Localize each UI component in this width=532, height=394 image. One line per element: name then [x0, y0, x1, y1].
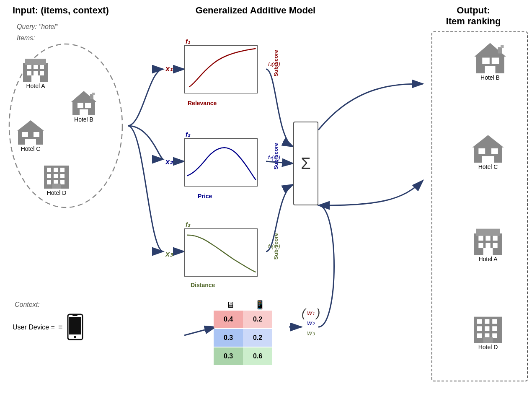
- matrix-cell-r1c1: 0.4: [214, 311, 243, 328]
- mobile-header: 📱: [245, 300, 274, 310]
- svg-rect-51: [501, 45, 504, 49]
- feature-box-f2: f₂ Sub-score: [184, 138, 258, 187]
- svg-rect-62: [478, 243, 483, 248]
- svg-rect-58: [476, 229, 500, 236]
- svg-line-5: [266, 161, 293, 163]
- svg-point-43: [74, 336, 76, 338]
- svg-rect-70: [477, 326, 482, 331]
- svg-rect-55: [491, 148, 498, 154]
- svg-line-7: [184, 327, 216, 335]
- relevance-label: Relevance: [188, 100, 217, 106]
- f1-label: f₁: [186, 38, 190, 45]
- svg-rect-13: [40, 65, 44, 69]
- svg-rect-14: [27, 71, 31, 75]
- weight-matrix: 🖥 📱 0.4 0.2 0.3 0.2 0.3 0.6: [214, 300, 274, 366]
- svg-rect-67: [477, 319, 482, 324]
- x2-label: x₂: [165, 157, 173, 166]
- svg-rect-28: [34, 132, 39, 137]
- svg-rect-68: [485, 319, 489, 324]
- weight-vector: ( w₁ w₂ w₃ ): [302, 307, 320, 339]
- svg-rect-72: [492, 326, 497, 331]
- svg-rect-42: [69, 317, 81, 334]
- user-device-row: User Device = =: [13, 314, 85, 341]
- f1-xi-label: f₁(x₁): [268, 61, 280, 67]
- svg-rect-76: [483, 337, 493, 343]
- svg-rect-17: [31, 75, 40, 82]
- svg-rect-22: [80, 109, 88, 115]
- input-title: Input: (items, context): [13, 5, 109, 16]
- svg-rect-61: [493, 236, 497, 241]
- context-label: Context:: [15, 301, 40, 308]
- svg-rect-75: [492, 333, 497, 338]
- equals-sign: =: [58, 323, 63, 332]
- svg-rect-24: [92, 93, 95, 95]
- svg-rect-11: [27, 65, 31, 69]
- matrix-cell-r2c2: 0.2: [243, 329, 272, 347]
- matrix-cell-r3c1: 0.3: [214, 347, 243, 365]
- svg-rect-60: [486, 236, 490, 241]
- svg-rect-20: [77, 103, 83, 108]
- distance-label: Distance: [191, 282, 215, 288]
- output-title: Output: Item ranking: [427, 5, 519, 27]
- svg-rect-35: [54, 174, 58, 178]
- matrix-cell-r2c1: 0.3: [214, 329, 243, 347]
- query-label: Query: "hotel": [17, 23, 58, 31]
- svg-rect-15: [34, 71, 38, 75]
- hotel-d-input: Hotel D: [42, 163, 71, 196]
- svg-rect-63: [486, 243, 490, 248]
- svg-rect-40: [52, 184, 61, 189]
- desktop-header: 🖥: [216, 300, 245, 310]
- feature-box-f1: f₁ Sub-score: [184, 45, 258, 93]
- svg-rect-48: [492, 58, 499, 64]
- output-hotel-c: Hotel C: [471, 134, 505, 170]
- svg-rect-39: [60, 180, 65, 184]
- main-container: Input: (items, context) Generalized Addi…: [0, 0, 532, 394]
- output-hotel-a: Hotel A: [471, 226, 505, 262]
- svg-rect-64: [493, 243, 497, 248]
- svg-rect-54: [478, 148, 485, 154]
- svg-rect-37: [47, 180, 51, 184]
- x1-label: x₁: [165, 64, 173, 73]
- f2-label: f₂: [186, 131, 190, 138]
- matrix-cell-r1c2: 0.2: [243, 311, 272, 328]
- svg-rect-27: [22, 132, 28, 137]
- output-hotel-b: Hotel B: [471, 42, 509, 81]
- svg-rect-73: [477, 333, 482, 338]
- svg-rect-44: [72, 315, 77, 316]
- svg-rect-31: [47, 168, 51, 172]
- matrix-cell-r3c2: 0.6: [243, 347, 272, 365]
- svg-rect-69: [492, 319, 497, 324]
- f3-label: f₃: [186, 221, 190, 228]
- svg-rect-49: [485, 66, 496, 74]
- feature-box-f3: f₃ Sub-score: [184, 228, 258, 277]
- svg-rect-34: [47, 174, 51, 178]
- output-hotel-d: Hotel D: [471, 314, 505, 350]
- svg-rect-29: [25, 139, 36, 145]
- x3-label: x₃: [165, 249, 173, 259]
- svg-rect-47: [482, 58, 490, 64]
- svg-rect-71: [485, 326, 489, 331]
- f3-xi-label: f₃(x₃): [268, 243, 280, 249]
- hotel-c-input: Hotel C: [16, 119, 45, 152]
- mobile-device-icon: [66, 314, 85, 341]
- svg-rect-59: [478, 236, 483, 241]
- svg-rect-12: [34, 65, 38, 69]
- price-label: Price: [198, 193, 212, 200]
- hotel-a-input: Hotel A: [21, 57, 50, 89]
- svg-marker-52: [473, 135, 504, 147]
- f2-xi-label: f₂(x₂): [268, 154, 280, 161]
- svg-rect-56: [482, 156, 494, 163]
- svg-rect-36: [60, 174, 65, 178]
- gam-title: Generalized Additive Model: [180, 5, 331, 16]
- svg-rect-32: [54, 168, 58, 172]
- svg-marker-25: [17, 120, 44, 131]
- svg-rect-10: [25, 59, 46, 65]
- sigma-box: Σ: [293, 122, 318, 205]
- hotel-b-input: Hotel B: [69, 90, 98, 123]
- svg-rect-65: [483, 248, 493, 255]
- svg-rect-21: [85, 103, 91, 108]
- svg-rect-16: [40, 71, 44, 75]
- svg-rect-33: [60, 168, 65, 172]
